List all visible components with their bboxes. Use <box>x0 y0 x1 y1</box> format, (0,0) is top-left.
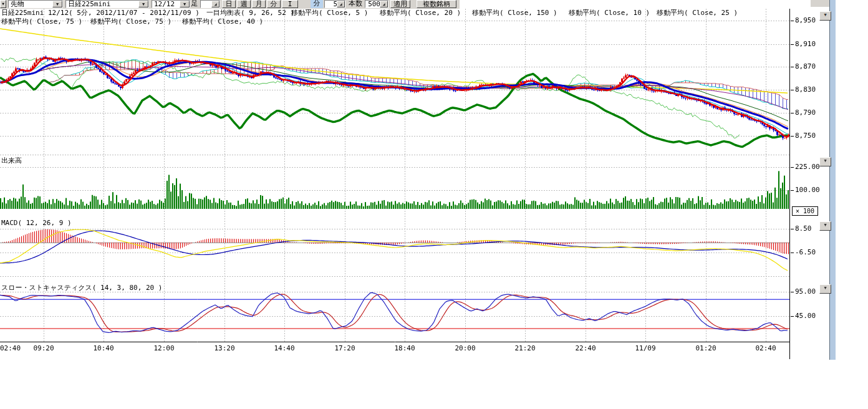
apply-button[interactable]: 適用 <box>390 0 410 8</box>
y-axis-label: 8,910 <box>791 41 816 48</box>
period-day-button[interactable]: 日 <box>222 0 236 8</box>
period-month-button[interactable]: 月 <box>252 0 266 8</box>
indicator-label: 移動平均( Close, 5 ) <box>291 9 368 17</box>
axis-tick <box>791 190 794 191</box>
time-axis-label: 21:20 <box>514 344 535 352</box>
axis-tick <box>791 292 794 292</box>
axis-tick <box>791 44 794 45</box>
interval-unit-label: 分 <box>311 0 323 8</box>
stochastics-panel-label: スロー・ストキャスティクス( 14, 3, 80, 20 ) <box>1 283 162 292</box>
y-axis-label: 8,790 <box>791 109 816 117</box>
axis-tick <box>791 67 794 67</box>
axis-tick <box>791 113 794 113</box>
time-axis-label: 13:20 <box>214 344 234 352</box>
axis-tick <box>791 253 794 253</box>
time-axis-label: 12:00 <box>153 344 174 352</box>
dropdown-arrow-icon[interactable]: ▼ <box>180 1 190 7</box>
time-axis-label: 14:40 <box>274 344 294 352</box>
y-axis-label-text: 95.00 <box>795 287 816 296</box>
y-axis-label: 45.00 <box>791 312 816 320</box>
indicator-label: 移動平均( Close, 150 ) <box>472 9 557 17</box>
y-axis-label: 8,870 <box>791 63 816 70</box>
y-axis-label: -6.50 <box>791 249 816 256</box>
indicator-label: 移動平均( Close, 75 ) <box>90 17 171 26</box>
y-axis-label: 8,950 <box>791 17 816 24</box>
indicator-label: 一目均衡表( 9, 26, 52 ) <box>206 9 294 17</box>
dropdown-arrow-icon[interactable]: ▼ <box>138 1 148 7</box>
indicator-label: 移動平均( Close, 20 ) <box>380 9 461 17</box>
volume-scale-dropdown-button[interactable]: ▼ <box>819 157 831 166</box>
pane-splitter[interactable] <box>829 0 836 360</box>
market-type-value: 先物 <box>11 0 24 8</box>
y-axis-label: 8.50 <box>791 225 812 233</box>
chart-plot-canvas[interactable] <box>0 0 790 360</box>
contract-month-value: 12/12 <box>154 0 175 8</box>
dropdown-arrow-icon: ▼ <box>824 12 826 17</box>
market-type-select[interactable]: 先物 ▼ <box>8 0 63 8</box>
volume-panel-label: 出来高 <box>1 156 22 165</box>
volume-multiplier-box: × 100 <box>792 206 818 216</box>
period-minute-button[interactable]: 分 <box>267 0 281 8</box>
time-axis-label: 20:00 <box>455 344 475 352</box>
y-axis-label: 95.00 <box>791 288 816 296</box>
dropdown-arrow-icon: ▼ <box>824 223 826 228</box>
y-axis-label: 8,830 <box>791 86 816 94</box>
indicator-label: 移動平均( Close, 25 ) <box>657 9 738 17</box>
time-axis-label: 18:40 <box>394 344 415 352</box>
contract-month-select[interactable]: 12/12 ▼ <box>152 0 190 8</box>
axis-tick <box>791 316 794 317</box>
spinner-icon[interactable]: ◢ <box>337 1 345 7</box>
bar-type-label: 足 <box>190 0 199 8</box>
bar-count-value: 500 <box>368 0 380 8</box>
time-axis-label: 17:20 <box>334 344 355 352</box>
indicator-label: 移動平均( Close, 40 ) <box>182 17 263 26</box>
axis-tick <box>791 136 794 137</box>
time-axis-label: 02:40 <box>755 344 776 352</box>
period-week-button[interactable]: 週 <box>237 0 251 8</box>
interval-value-field[interactable]: 5 ◢ <box>324 0 345 8</box>
macd-panel-label: MACD( 12, 26, 9 ) <box>1 219 72 227</box>
time-axis-label: 22:40 <box>575 344 596 352</box>
time-axis-label: 11/09 <box>635 344 655 352</box>
axis-tick <box>791 21 794 21</box>
y-axis-label-text: 8,870 <box>795 62 816 70</box>
time-axis-label: 09:20 <box>33 344 54 352</box>
spinner-icon[interactable]: ◢ <box>211 1 219 7</box>
y-axis-label-text: 45.00 <box>795 312 816 320</box>
macd-scale-dropdown-button[interactable]: ▼ <box>819 221 831 231</box>
symbol-select[interactable]: 日経225mini ▼ <box>65 0 149 8</box>
y-axis-label: 100.00 <box>791 186 820 194</box>
y-axis-label-text: 8,790 <box>795 108 816 117</box>
toolbar: ▼ 先物 ▼ 日経225mini ▼ 12/12 ▼ 足 ◢ 日 週 月 分 I… <box>0 0 460 9</box>
trading-app-window: { "toolbar": { "combos": [ {"value":"先物"… <box>0 0 868 409</box>
y-axis-label-text: -6.50 <box>795 248 816 256</box>
time-axis-label: 02:40 <box>0 344 21 352</box>
indicator-label: 移動平均( Close, 10 ) <box>569 9 650 17</box>
y-axis-label-text: 8.50 <box>795 224 812 233</box>
bar-type-field[interactable]: ◢ <box>200 0 220 8</box>
dropdown-arrow-icon: ▼ <box>824 286 826 291</box>
indicator-header-row-1: 日経225mini 12/12( 5分, 2012/11/07 - 2012/1… <box>0 9 790 17</box>
y-axis-label-text: 8,750 <box>795 132 816 140</box>
spinner-icon[interactable]: ◢ <box>380 1 388 7</box>
indicator-header-row-2: 移動平均( Close, 75 )移動平均( Close, 75 )移動平均( … <box>0 17 790 26</box>
stoch-scale-dropdown-button[interactable]: ▼ <box>819 284 831 294</box>
dropdown-arrow-icon: ▼ <box>824 158 826 163</box>
y-axis-label-text: 8,910 <box>795 40 816 48</box>
bar-count-field[interactable]: 500 ◢ <box>365 0 388 8</box>
y-axis-label-text: 225.00 <box>795 163 820 171</box>
y-axis-label-text: 8,950 <box>795 16 816 24</box>
bar-count-label: 本数 <box>347 0 364 8</box>
symbol-value: 日経225mini <box>68 0 110 8</box>
period-tick-button[interactable]: I <box>282 0 298 8</box>
indicator-label: 日経225mini 12/12( 5分, 2012/11/07 - 2012/1… <box>1 9 200 17</box>
y-axis-label: 8,750 <box>791 132 816 140</box>
time-axis-label: 01:20 <box>695 344 716 352</box>
dropdown-arrow-icon[interactable]: ▼ <box>52 1 62 7</box>
mini-dropdown-button[interactable]: ▼ <box>0 0 6 8</box>
axis-tick <box>791 229 794 229</box>
time-axis-label: 10:40 <box>93 344 113 352</box>
multi-symbol-button[interactable]: 複数銘柄 <box>417 0 456 8</box>
y-axis-label-text: 100.00 <box>795 186 820 194</box>
price-scale-dropdown-button[interactable]: ▼ <box>819 11 831 21</box>
